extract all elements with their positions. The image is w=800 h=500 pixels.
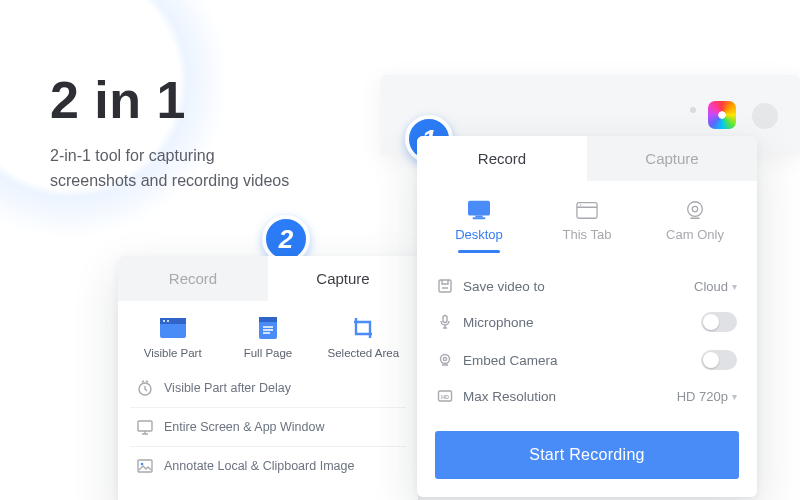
- option-annotate[interactable]: Annotate Local & Clipboard Image: [130, 446, 406, 485]
- window-icon: [158, 315, 188, 341]
- svg-point-16: [692, 206, 698, 212]
- start-recording-button[interactable]: Start Recording: [435, 431, 739, 479]
- svg-rect-8: [138, 460, 152, 472]
- svg-rect-11: [475, 216, 482, 218]
- max-res-value[interactable]: HD 720p▾: [677, 389, 737, 404]
- record-modes: Desktop This Tab Cam Only: [417, 181, 757, 263]
- mode-cam-only[interactable]: Cam Only: [641, 199, 749, 253]
- chevron-down-icon: ▾: [732, 281, 737, 292]
- mode-desktop[interactable]: Desktop: [425, 199, 533, 253]
- image-icon: [136, 457, 154, 475]
- tab-icon: [573, 199, 601, 221]
- extension-app-icon[interactable]: [708, 101, 736, 129]
- svg-rect-7: [138, 421, 152, 431]
- svg-rect-10: [468, 201, 490, 216]
- save-icon: [437, 278, 453, 294]
- monitor-icon: [136, 418, 154, 436]
- svg-point-2: [163, 320, 165, 322]
- option-visible-delay[interactable]: Visible Part after Delay: [130, 369, 406, 407]
- mode-full-page[interactable]: Full Page: [223, 315, 312, 359]
- decor-dot: [690, 107, 696, 113]
- svg-point-20: [443, 357, 446, 360]
- desktop-icon: [465, 199, 493, 221]
- row-microphone: Microphone: [437, 303, 737, 341]
- crop-icon: [348, 315, 378, 341]
- svg-point-15: [688, 202, 703, 217]
- capture-options: Visible Part after Delay Entire Screen &…: [118, 365, 418, 500]
- hero-title: 2 in 1: [50, 70, 289, 130]
- row-save-to[interactable]: Save video to Cloud▾: [437, 269, 737, 303]
- option-entire-screen[interactable]: Entire Screen & App Window: [130, 407, 406, 446]
- tab-capture[interactable]: Capture: [587, 136, 757, 181]
- row-max-resolution[interactable]: HD Max Resolution HD 720p▾: [437, 379, 737, 413]
- svg-rect-17: [439, 280, 451, 292]
- webcam-icon: [681, 199, 709, 221]
- tab-capture[interactable]: Capture: [268, 256, 418, 301]
- camera-icon: [437, 352, 453, 368]
- chevron-down-icon: ▾: [732, 391, 737, 402]
- record-settings: Save video to Cloud▾ Microphone Embed Ca…: [417, 263, 757, 427]
- clock-icon: [136, 379, 154, 397]
- record-tabs: Record Capture: [417, 136, 757, 181]
- hero: 2 in 1 2-in-1 tool for capturing screens…: [50, 70, 289, 194]
- frame-decor: [690, 107, 696, 113]
- svg-point-3: [167, 320, 169, 322]
- capture-tabs: Record Capture: [118, 256, 418, 301]
- hd-icon: HD: [437, 388, 453, 404]
- mode-this-tab[interactable]: This Tab: [533, 199, 641, 253]
- embed-camera-toggle[interactable]: [701, 350, 737, 370]
- microphone-toggle[interactable]: [701, 312, 737, 332]
- record-panel: Record Capture Desktop This Tab Cam Only…: [417, 136, 757, 497]
- active-underline: [458, 250, 500, 253]
- tab-record[interactable]: Record: [417, 136, 587, 181]
- mode-selected-area[interactable]: Selected Area: [319, 315, 408, 359]
- avatar-placeholder: [752, 103, 778, 129]
- capture-modes: Visible Part Full Page Selected Area: [118, 301, 418, 365]
- svg-point-14: [580, 204, 581, 205]
- svg-rect-12: [473, 217, 486, 219]
- hero-subtitle: 2-in-1 tool for capturing screenshots an…: [50, 144, 289, 194]
- svg-rect-5: [259, 317, 277, 322]
- svg-point-19: [441, 355, 450, 364]
- svg-point-9: [141, 463, 144, 466]
- row-embed-camera: Embed Camera: [437, 341, 737, 379]
- page-scroll-icon: [253, 315, 283, 341]
- save-to-value[interactable]: Cloud▾: [694, 279, 737, 294]
- svg-text:HD: HD: [441, 394, 449, 400]
- svg-rect-18: [443, 316, 447, 323]
- tab-record[interactable]: Record: [118, 256, 268, 301]
- microphone-icon: [437, 314, 453, 330]
- capture-panel: Record Capture Visible Part Full Page Se…: [118, 256, 418, 500]
- mode-visible-part[interactable]: Visible Part: [128, 315, 217, 359]
